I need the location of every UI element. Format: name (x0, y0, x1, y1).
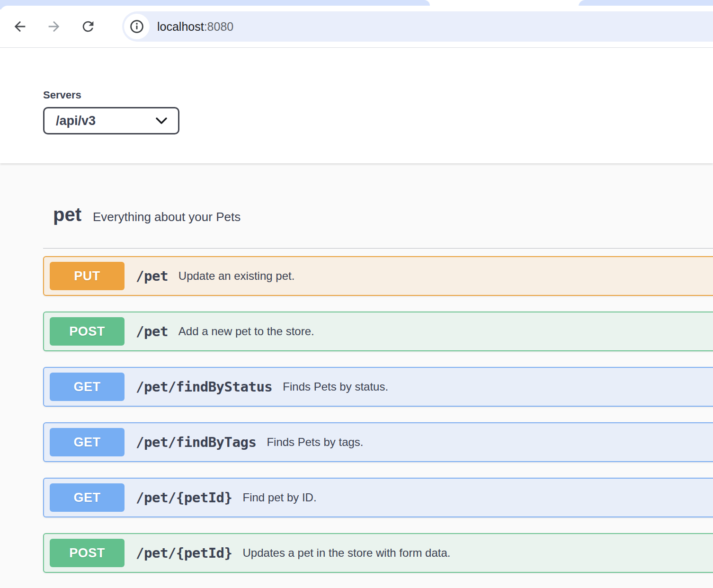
operation-path: /pet (136, 323, 168, 339)
method-badge: GET (50, 373, 125, 401)
site-info-button[interactable] (124, 14, 150, 39)
info-icon (129, 19, 144, 34)
address-bar[interactable]: localhost:8080 (122, 11, 713, 42)
operation-summary: Finds Pets by status. (283, 380, 388, 393)
operation-row[interactable]: GET /pet/{petId} Find pet by ID. (43, 478, 713, 517)
method-badge: GET (50, 483, 125, 512)
operation-row[interactable]: GET /pet/findByStatus Finds Pets by stat… (43, 367, 713, 407)
selected-server: /api/v3 (56, 114, 96, 128)
operation-path: /pet/findByTags (136, 434, 256, 450)
operation-row[interactable]: POST /pet Add a new pet to the store. (43, 312, 713, 351)
operation-summary: Add a new pet to the store. (178, 325, 314, 338)
tag-section: pet Everything about your Pets PUT /pet … (0, 163, 713, 588)
operation-summary: Find pet by ID. (243, 491, 317, 504)
servers-panel: Servers /api/v3 (0, 48, 713, 163)
url-host: localhost (157, 20, 204, 33)
operation-summary: Finds Pets by tags. (267, 436, 363, 449)
tag-description: Everything about your Pets (93, 204, 241, 230)
operation-row[interactable]: POST /pet/{petId} Updates a pet in the s… (43, 533, 713, 573)
browser-toolbar: localhost:8080 (0, 6, 713, 48)
method-badge: GET (50, 428, 125, 456)
servers-label: Servers (43, 89, 713, 101)
back-button[interactable] (12, 18, 28, 35)
arrow-left-icon (12, 18, 28, 35)
tag-name: pet (53, 201, 81, 228)
tag-header[interactable]: pet Everything about your Pets (53, 201, 713, 230)
operation-path: /pet/findByStatus (136, 379, 272, 395)
operation-path: /pet/{petId} (136, 490, 232, 506)
operation-row[interactable]: GET /pet/findByTags Finds Pets by tags. (43, 422, 713, 462)
method-badge: POST (50, 317, 125, 346)
forward-button[interactable] (46, 18, 62, 35)
servers-select[interactable]: /api/v3 (43, 107, 179, 134)
operations-list: PUT /pet Update an existing pet. POST /p… (0, 256, 713, 573)
chevron-down-icon (155, 117, 168, 125)
method-badge: PUT (50, 262, 125, 290)
reload-icon (80, 18, 96, 35)
reload-button[interactable] (80, 18, 96, 35)
operation-path: /pet (136, 268, 168, 284)
operation-path: /pet/{petId} (136, 545, 232, 561)
tag-divider (43, 248, 713, 249)
arrow-right-icon (46, 18, 62, 35)
method-badge: POST (50, 539, 125, 567)
operation-row[interactable]: PUT /pet Update an existing pet. (43, 256, 713, 296)
url-text: localhost:8080 (157, 20, 233, 34)
url-port: :8080 (204, 20, 234, 33)
operation-summary: Updates a pet in the store with form dat… (243, 546, 451, 560)
operation-summary: Update an existing pet. (178, 269, 295, 283)
